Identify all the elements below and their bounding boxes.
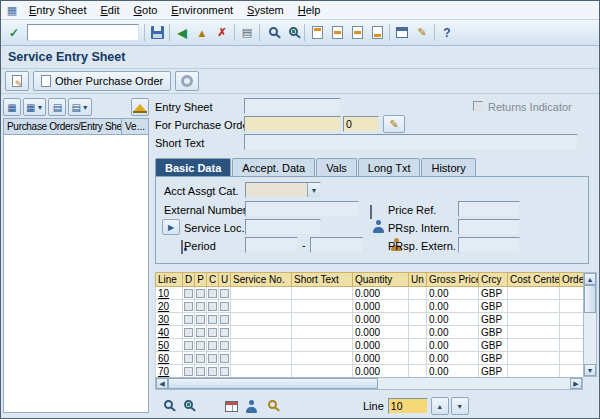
returns-indicator-checkbox[interactable] <box>473 101 483 111</box>
line-cell[interactable]: 50 <box>156 339 183 352</box>
un-cell[interactable] <box>409 339 427 352</box>
view-dropdown-button[interactable]: ▤▼ <box>68 98 91 116</box>
find-line-button[interactable] <box>261 396 281 416</box>
line-number-field[interactable] <box>388 398 428 414</box>
external-number-field[interactable] <box>245 201 359 217</box>
scroll-up-button[interactable]: ▲ <box>584 273 596 285</box>
u-cell[interactable] <box>219 352 231 365</box>
short-text-cell[interactable] <box>292 365 353 378</box>
col-crcy[interactable]: Crcy <box>479 273 508 287</box>
menu-help[interactable]: Help <box>291 3 328 17</box>
short-text-field[interactable] <box>244 134 578 150</box>
d-cell[interactable] <box>183 313 195 326</box>
checkbox-d[interactable] <box>184 354 193 363</box>
line-number-link[interactable]: 40 <box>158 327 169 338</box>
checkbox-c[interactable] <box>208 315 217 324</box>
short-text-cell[interactable] <box>292 313 353 326</box>
new-session-button[interactable] <box>392 23 412 43</box>
previous-page-button[interactable] <box>327 23 347 43</box>
c-cell[interactable] <box>207 287 219 300</box>
u-cell[interactable] <box>219 300 231 313</box>
gross-price-cell[interactable]: 0.00 <box>427 287 479 300</box>
order-cell[interactable] <box>560 339 584 352</box>
purchase-order-field[interactable] <box>244 116 341 132</box>
checkbox-c[interactable] <box>208 289 217 298</box>
table-row[interactable]: 70 0.000 0.00 GBP <box>156 365 584 378</box>
hat-button[interactable] <box>131 98 149 116</box>
service-no-cell[interactable] <box>231 339 292 352</box>
line-cell[interactable]: 60 <box>156 352 183 365</box>
order-cell[interactable] <box>560 352 584 365</box>
help-button[interactable]: ? <box>437 23 457 43</box>
previous-line-button[interactable]: ▲ <box>431 397 449 415</box>
order-cell[interactable] <box>560 300 584 313</box>
checkbox-d[interactable] <box>184 302 193 311</box>
search-button[interactable] <box>177 396 197 416</box>
checkbox-u[interactable] <box>220 354 229 363</box>
p-cell[interactable] <box>195 300 207 313</box>
c-cell[interactable] <box>207 300 219 313</box>
menu-entry-sheet[interactable]: Entry Sheet <box>22 3 93 17</box>
d-cell[interactable] <box>183 365 195 378</box>
create-entry-sheet-button[interactable]: ✎ <box>5 71 29 91</box>
quantity-cell[interactable]: 0.000 <box>353 300 409 313</box>
checkbox-u[interactable] <box>220 315 229 324</box>
checkbox-u[interactable] <box>220 367 229 376</box>
gross-price-cell[interactable]: 0.00 <box>427 352 479 365</box>
vertical-scrollbar-thumb[interactable] <box>584 285 596 313</box>
un-cell[interactable] <box>409 287 427 300</box>
tab-vals[interactable]: Vals <box>316 158 357 176</box>
currency-cell[interactable]: GBP <box>479 313 508 326</box>
quantity-cell[interactable]: 0.000 <box>353 365 409 378</box>
gross-price-cell[interactable]: 0.00 <box>427 339 479 352</box>
service-no-cell[interactable] <box>231 365 292 378</box>
table-horizontal-scrollbar[interactable]: ◀ ▶ <box>155 377 583 390</box>
line-cell[interactable]: 70 <box>156 365 183 378</box>
tree-body[interactable] <box>3 135 149 413</box>
col-c[interactable]: C <box>207 273 219 287</box>
tree-column-vendor[interactable]: Ve... <box>121 118 149 135</box>
table-row[interactable]: 50 0.000 0.00 GBP <box>156 339 584 352</box>
horizontal-scrollbar-thumb[interactable] <box>168 378 378 389</box>
currency-cell[interactable]: GBP <box>479 326 508 339</box>
tab-accept-data[interactable]: Accept. Data <box>232 158 315 176</box>
line-cell[interactable]: 10 <box>156 287 183 300</box>
cost-center-cell[interactable] <box>508 365 560 378</box>
save-button[interactable] <box>147 23 167 43</box>
p-cell[interactable] <box>195 313 207 326</box>
d-cell[interactable] <box>183 326 195 339</box>
u-cell[interactable] <box>219 287 231 300</box>
quantity-cell[interactable]: 0.000 <box>353 313 409 326</box>
order-cell[interactable] <box>560 365 584 378</box>
col-quantity[interactable]: Quantity <box>353 273 409 287</box>
line-details-button[interactable] <box>157 396 177 416</box>
p-cell[interactable] <box>195 339 207 352</box>
d-cell[interactable] <box>183 339 195 352</box>
quantity-cell[interactable]: 0.000 <box>353 352 409 365</box>
table-row[interactable]: 20 0.000 0.00 GBP <box>156 300 584 313</box>
cancel-button[interactable]: ✗ <box>212 23 232 43</box>
checkbox-u[interactable] <box>220 328 229 337</box>
sap-window-icon[interactable]: ▦ <box>4 4 20 17</box>
settings-button[interactable] <box>175 71 199 91</box>
create-shortcut-button[interactable]: ✎ <box>412 23 432 43</box>
un-cell[interactable] <box>409 326 427 339</box>
print-button[interactable]: ▤ <box>237 23 257 43</box>
quantity-cell[interactable]: 0.000 <box>353 287 409 300</box>
entry-sheet-field[interactable] <box>244 98 341 114</box>
currency-cell[interactable]: GBP <box>479 365 508 378</box>
service-no-cell[interactable] <box>231 313 292 326</box>
menu-edit[interactable]: Edit <box>93 3 126 17</box>
col-cost-center[interactable]: Cost Center <box>508 273 560 287</box>
menu-environment[interactable]: Environment <box>164 3 240 17</box>
checkbox-p[interactable] <box>196 367 205 376</box>
tree-column-purchase-orders[interactable]: Purchase Orders/Entry Sheets <box>3 118 121 135</box>
un-cell[interactable] <box>409 352 427 365</box>
checkbox-c[interactable] <box>208 341 217 350</box>
gross-price-cell[interactable]: 0.00 <box>427 365 479 378</box>
table-row[interactable]: 60 0.000 0.00 GBP <box>156 352 584 365</box>
cost-center-cell[interactable] <box>508 300 560 313</box>
view-button[interactable]: ▤ <box>48 98 66 116</box>
p-cell[interactable] <box>195 365 207 378</box>
service-no-cell[interactable] <box>231 352 292 365</box>
